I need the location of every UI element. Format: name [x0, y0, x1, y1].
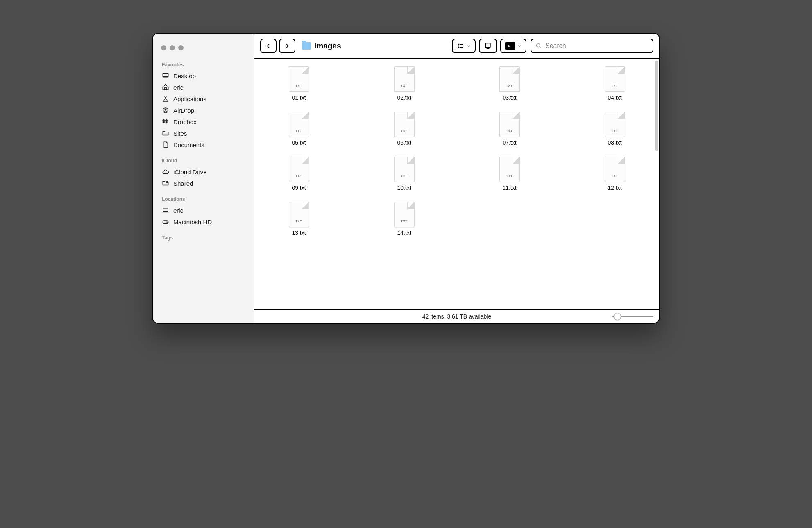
action-menu-button[interactable]: >_ [500, 39, 526, 53]
sidebar-item-label: Applications [173, 96, 206, 102]
file-name: 09.txt [292, 184, 306, 191]
view-mode-button[interactable] [452, 39, 476, 53]
svg-rect-19 [485, 43, 490, 47]
svg-point-17 [458, 47, 459, 48]
sidebar-item-desktop[interactable]: Desktop [153, 70, 254, 82]
sidebar-item-airdrop[interactable]: AirDrop [153, 105, 254, 116]
minimize-window-button[interactable] [170, 45, 175, 50]
txt-file-icon: TXT [605, 66, 625, 92]
path-title[interactable]: images [302, 41, 341, 50]
chevron-down-icon [517, 44, 522, 48]
file-name: 10.txt [397, 184, 411, 191]
svg-rect-9 [163, 208, 168, 212]
icon-size-slider[interactable] [612, 316, 653, 317]
file-item[interactable]: TXT07.txt [491, 112, 528, 146]
sidebar-item-label: eric [173, 84, 183, 91]
zoom-window-button[interactable] [178, 45, 184, 50]
file-item[interactable]: TXT05.txt [281, 112, 318, 146]
txt-file-icon: TXT [394, 112, 415, 137]
home-icon [162, 84, 169, 91]
sidebar: FavoritesDesktopericApplicationsAirDropD… [153, 34, 254, 323]
folder-icon [302, 42, 311, 50]
sidebar-item-eric[interactable]: eric [153, 205, 254, 216]
file-item[interactable]: TXT06.txt [386, 112, 423, 146]
file-name: 02.txt [397, 94, 411, 101]
file-type-badge: TXT [401, 130, 407, 132]
search-icon [535, 43, 542, 49]
desktop-icon [162, 72, 169, 80]
txt-file-icon: TXT [499, 112, 520, 137]
window-controls [153, 41, 254, 60]
svg-point-22 [537, 44, 540, 47]
file-item[interactable]: TXT14.txt [386, 202, 423, 236]
chevron-down-icon [467, 44, 471, 48]
file-type-badge: TXT [295, 220, 302, 223]
forward-button[interactable] [279, 39, 295, 53]
sidebar-item-eric[interactable]: eric [153, 82, 254, 93]
laptop-icon [162, 207, 169, 214]
file-item[interactable]: TXT11.txt [491, 157, 528, 191]
back-button[interactable] [260, 39, 277, 53]
txt-file-icon: TXT [394, 66, 415, 92]
search-field[interactable] [531, 39, 653, 53]
file-type-badge: TXT [295, 84, 302, 87]
file-name: 05.txt [292, 139, 306, 146]
txt-file-icon: TXT [289, 66, 309, 92]
file-name: 03.txt [502, 94, 516, 101]
file-name: 06.txt [397, 139, 411, 146]
svg-point-4 [165, 110, 166, 111]
file-type-badge: TXT [295, 130, 302, 132]
svg-line-23 [540, 47, 541, 48]
txt-file-icon: TXT [394, 157, 415, 182]
file-browser[interactable]: TXT01.txtTXT02.txtTXT03.txtTXT04.txtTXT0… [254, 59, 659, 309]
status-text: 42 items, 3.61 TB available [422, 313, 492, 320]
sidebar-item-label: Documents [173, 141, 204, 148]
txt-file-icon: TXT [289, 202, 309, 227]
sidebar-item-applications[interactable]: Applications [153, 93, 254, 105]
file-item[interactable]: TXT03.txt [491, 66, 528, 101]
svg-point-5 [164, 109, 167, 112]
sidebar-item-icloud-drive[interactable]: iCloud Drive [153, 166, 254, 178]
sidebar-section-label: Tags [153, 233, 254, 243]
svg-point-15 [458, 46, 459, 46]
file-item[interactable]: TXT10.txt [386, 157, 423, 191]
sidebar-item-macintosh-hd[interactable]: Macintosh HD [153, 216, 254, 228]
txt-file-icon: TXT [289, 157, 309, 182]
sidebar-section-label: Locations [153, 195, 254, 205]
close-window-button[interactable] [161, 45, 166, 50]
vertical-scrollbar[interactable] [655, 61, 658, 151]
file-item[interactable]: TXT04.txt [597, 66, 633, 101]
sidebar-item-label: AirDrop [173, 107, 194, 114]
svg-point-13 [458, 44, 459, 45]
file-item[interactable]: TXT09.txt [281, 157, 318, 191]
sidebar-item-sites[interactable]: Sites [153, 127, 254, 139]
file-name: 11.txt [502, 184, 516, 191]
shared-icon [162, 180, 169, 187]
file-item[interactable]: TXT13.txt [281, 202, 318, 236]
file-item[interactable]: TXT12.txt [597, 157, 633, 191]
file-item[interactable]: TXT01.txt [281, 66, 318, 101]
sidebar-section-label: Favorites [153, 60, 254, 70]
svg-point-3 [165, 96, 166, 98]
sidebar-item-shared[interactable]: Shared [153, 178, 254, 189]
sidebar-item-label: Dropbox [173, 118, 197, 125]
sidebar-item-documents[interactable]: Documents [153, 139, 254, 150]
sidebar-item-label: Desktop [173, 73, 196, 80]
sidebar-item-dropbox[interactable]: Dropbox [153, 116, 254, 127]
svg-point-12 [167, 222, 168, 223]
sidebar-item-label: Macintosh HD [173, 218, 212, 225]
search-input[interactable] [545, 42, 649, 50]
file-name: 08.txt [608, 139, 621, 146]
file-item[interactable]: TXT08.txt [597, 112, 633, 146]
sidebar-item-label: eric [173, 207, 183, 214]
file-type-badge: TXT [295, 175, 302, 178]
txt-file-icon: TXT [289, 112, 309, 137]
group-button[interactable] [479, 39, 497, 53]
file-item[interactable]: TXT02.txt [386, 66, 423, 101]
sidebar-item-label: iCloud Drive [173, 168, 207, 175]
disk-icon [162, 218, 169, 225]
file-type-badge: TXT [506, 130, 513, 132]
txt-file-icon: TXT [605, 112, 625, 137]
file-name: 12.txt [608, 184, 621, 191]
txt-file-icon: TXT [499, 66, 520, 92]
